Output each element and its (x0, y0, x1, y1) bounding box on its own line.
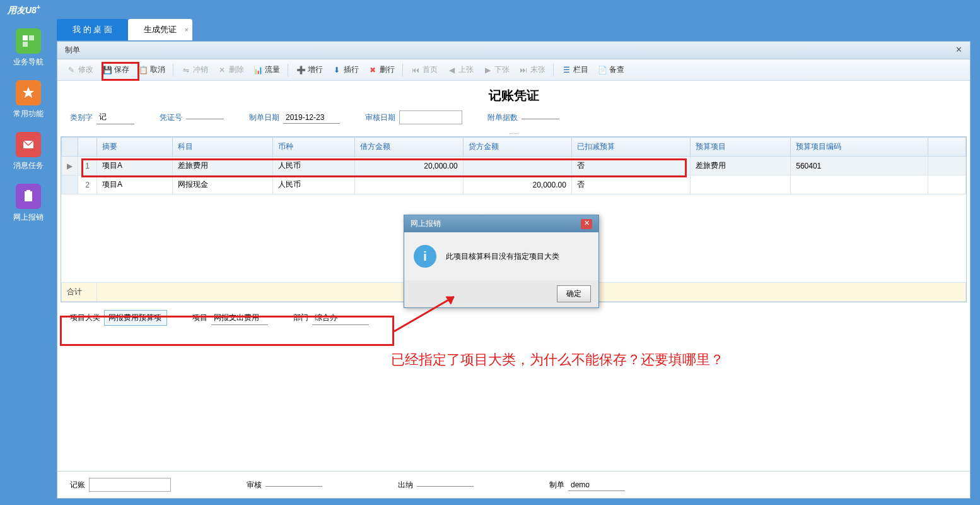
delete-icon: ✕ (217, 65, 227, 75)
sidebar-item-favorites[interactable]: 常用功能 (13, 80, 44, 119)
svg-marker-3 (23, 87, 34, 98)
toolbar-delete-button: ✕删除 (213, 62, 248, 78)
date-value[interactable]: 2019-12-23 (283, 112, 340, 124)
cashier-label: 出纳 (398, 480, 413, 490)
date-label: 制单日期 (249, 112, 279, 123)
toolbar-cancel-button[interactable]: 📋取消 (134, 62, 169, 78)
project-value[interactable]: 网报支出费用 (211, 311, 268, 325)
first-icon: ⏮ (411, 65, 421, 75)
save-icon: 💾 (102, 65, 112, 75)
svg-rect-0 (23, 35, 28, 40)
panel-close-icon[interactable]: ✕ (955, 45, 962, 56)
col-budget-item[interactable]: 预算项目 (691, 138, 791, 157)
toolbar-save-button[interactable]: 💾保存 (98, 62, 133, 78)
book-input[interactable] (89, 478, 171, 492)
dialog-close-icon[interactable]: ✕ (581, 219, 592, 229)
flow-icon: 📊 (253, 65, 263, 75)
voucher-value[interactable] (186, 116, 224, 119)
project-category-input[interactable]: 网报费用预算项 (104, 310, 167, 326)
svg-rect-5 (25, 191, 32, 201)
app-title: 用友U8+ (0, 0, 980, 20)
cell-budget-item[interactable] (691, 175, 791, 194)
cell-budget-item[interactable]: 差旅费用 (691, 157, 791, 175)
row-num: 2 (78, 175, 97, 194)
toolbar-first-button: ⏮首页 (407, 62, 441, 78)
category-label: 类别字 (70, 112, 93, 123)
cell-deducted[interactable]: 否 (571, 157, 690, 175)
dialog-message: 此项目核算科目没有指定项目大类 (446, 251, 559, 262)
col-budget-code[interactable]: 预算项目编码 (791, 138, 928, 157)
toolbar-flow-button[interactable]: 📊流量 (249, 62, 284, 78)
col-currency[interactable]: 币种 (272, 138, 354, 157)
dept-value[interactable]: 综合办 (312, 311, 369, 325)
sidebar-item-messages[interactable]: 消息任务 (13, 132, 44, 171)
cell-debit[interactable] (354, 175, 463, 194)
book-label: 记账 (70, 480, 85, 490)
audit-value (265, 484, 322, 487)
next-icon: ▶ (482, 65, 493, 75)
cell-deducted[interactable]: 否 (571, 175, 690, 194)
cell-summary[interactable]: 项目A (97, 157, 173, 175)
toolbar-delrow-button[interactable]: ✖删行 (364, 62, 399, 78)
sidebar: 业务导航 常用功能 消息任务 网上报销 (0, 19, 57, 499)
sidebar-item-biznav[interactable]: 业务导航 (13, 28, 44, 68)
tab-desktop[interactable]: 我 的 桌 面 (57, 19, 128, 40)
pencil-icon: ✎ (66, 65, 76, 75)
cell-account[interactable]: 网报现金 (172, 175, 272, 194)
col-num (78, 138, 97, 157)
col-account[interactable]: 科目 (172, 138, 272, 157)
col-credit[interactable]: 贷方金额 (463, 138, 571, 157)
toolbar-prev-button: ◀上张 (443, 62, 477, 78)
panel-title: 制单 (65, 45, 80, 56)
toolbar-audit-button[interactable]: 📄备查 (593, 62, 628, 78)
cell-budget-code[interactable]: 560401 (791, 157, 928, 175)
toolbar-last-button: ⏭末张 (515, 62, 549, 78)
dialog-ok-button[interactable]: 确定 (557, 285, 591, 302)
row-selector[interactable]: ▶ (62, 157, 78, 175)
biznav-icon (16, 28, 41, 54)
audit-icon: 📄 (597, 65, 607, 75)
doc-title: 记账凭证 (57, 81, 970, 107)
table-row[interactable]: 2 项目A 网报现金 人民币 20,000.00 否 (62, 175, 966, 194)
toolbar-insrow-button[interactable]: ⬇插行 (328, 62, 363, 78)
dialog-footer: 确定 (404, 280, 598, 307)
col-debit[interactable]: 借方金额 (354, 138, 463, 157)
sidebar-item-reimburse[interactable]: 网上报销 (13, 184, 44, 223)
toolbar-next-button: ▶下张 (479, 62, 513, 78)
column-icon: ☰ (561, 65, 571, 75)
maker-label: 制单 (549, 480, 564, 490)
toolbar-column-button[interactable]: ☰栏目 (557, 62, 592, 78)
resize-grip[interactable]: ⋯⋯ (57, 131, 970, 136)
dialog-body: i 此项目核算科目没有指定项目大类 (404, 232, 598, 280)
category-value[interactable]: 记 (96, 110, 134, 124)
audit-date-input[interactable] (399, 110, 462, 124)
dialog: 网上报销 ✕ i 此项目核算科目没有指定项目大类 确定 (404, 215, 599, 308)
info-icon: i (414, 245, 436, 268)
cell-debit[interactable]: 20,000.00 (354, 157, 463, 175)
tab-voucher[interactable]: 生成凭证 × (128, 19, 192, 40)
cell-currency[interactable]: 人民币 (272, 157, 354, 175)
dialog-title: 网上报销 (411, 218, 441, 229)
cancel-icon: 📋 (138, 65, 148, 75)
cell-currency[interactable]: 人民币 (272, 175, 354, 194)
dept-label: 部门 (293, 312, 308, 323)
row-selector[interactable] (62, 175, 78, 194)
cell-summary[interactable]: 项目A (97, 175, 173, 194)
clipboard-icon (16, 184, 41, 209)
cell-budget-code[interactable] (791, 175, 928, 194)
table-row[interactable]: ▶ 1 项目A 差旅费用 人民币 20,000.00 否 差旅费用 560401 (62, 157, 966, 175)
maker-value: demo (568, 479, 625, 491)
toolbar-addrow-button[interactable]: ➕增行 (292, 62, 327, 78)
mail-icon (16, 132, 41, 157)
toolbar-reverse-button: ⇋冲销 (177, 62, 212, 78)
cell-credit[interactable] (463, 157, 571, 175)
dialog-titlebar[interactable]: 网上报销 ✕ (404, 215, 598, 232)
cell-credit[interactable]: 20,000.00 (463, 175, 571, 194)
cell-account[interactable]: 差旅费用 (172, 157, 272, 175)
col-deducted[interactable]: 已扣减预算 (571, 138, 690, 157)
attach-value[interactable] (522, 116, 559, 119)
col-summary[interactable]: 摘要 (97, 138, 173, 157)
insrow-icon: ⬇ (332, 65, 342, 75)
annotation-text: 已经指定了项目大类，为什么不能保存？还要填哪里？ (391, 350, 724, 369)
tab-close-icon[interactable]: × (184, 26, 188, 33)
